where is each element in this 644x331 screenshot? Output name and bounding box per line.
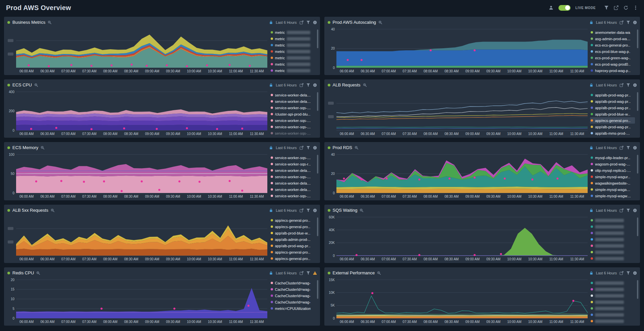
legend-item[interactable]	[590, 255, 635, 262]
filter-icon[interactable]	[306, 271, 310, 275]
legend-item[interactable]: service-worker-sqs-r…	[270, 161, 315, 167]
popout-icon[interactable]	[300, 146, 304, 150]
popout-icon[interactable]	[620, 83, 624, 87]
legend-item[interactable]: mysql-oltp-leader-pr…	[590, 154, 635, 161]
legend-item[interactable]: CacheClusterId=wag-r…	[270, 280, 315, 286]
legend-item[interactable]: metric	[270, 55, 315, 61]
legend-item[interactable]: service-worker-sqs-…	[270, 124, 315, 130]
info-icon[interactable]	[633, 20, 637, 24]
legend-scrollbar[interactable]	[317, 92, 318, 111]
popout-icon[interactable]	[620, 146, 624, 150]
legend-item[interactable]: service-worker-sqs-…	[270, 154, 315, 161]
popout-icon[interactable]	[620, 271, 624, 275]
filter-icon[interactable]	[626, 146, 630, 150]
chart-external-performance[interactable]: 05K10K15K06:00 AM06:30 AM07:00 AM07:30 A…	[326, 277, 589, 325]
zoom-icon[interactable]	[41, 146, 45, 150]
chart-ecs-cpu[interactable]: 020040006:00 AM06:30 AM07:00 AM07:30 AM0…	[6, 89, 269, 137]
legend-item[interactable]: service-worker-sqs-…	[270, 193, 315, 199]
time-range-label[interactable]: Last 6 Hours	[596, 146, 617, 150]
zoom-icon[interactable]	[48, 20, 52, 24]
filter-icon[interactable]	[626, 271, 630, 275]
legend-item[interactable]	[590, 243, 635, 249]
legend-scrollbar[interactable]	[317, 217, 318, 236]
legend-item[interactable]: app/alb-prod-wag-pr…	[590, 105, 635, 111]
legend-item[interactable]: service-worker-sqs-…	[270, 117, 315, 124]
legend-item[interactable]	[590, 217, 635, 223]
legend-item[interactable]	[590, 286, 635, 292]
chart-business-metrics[interactable]: 06:00 AM06:30 AM07:00 AM07:30 AM08:00 AM…	[6, 27, 269, 74]
time-range-label[interactable]: Last 6 Hours	[276, 20, 297, 24]
info-icon[interactable]	[633, 146, 637, 150]
legend-item[interactable]: app/ecs-general-pro…	[270, 249, 315, 255]
chart-redis-cpu[interactable]: 0510152006:00 AM06:30 AM07:00 AM07:30 AM…	[6, 277, 269, 325]
filter-icon[interactable]	[626, 83, 630, 87]
legend-item[interactable]	[590, 223, 635, 230]
filter-icon[interactable]	[306, 20, 310, 24]
legend-item[interactable]: app/alb-prod-wag-pr…	[590, 98, 635, 105]
legend-item[interactable]: wagwalkingwebsite-…	[590, 180, 635, 186]
info-icon[interactable]	[313, 83, 317, 87]
info-icon[interactable]	[633, 271, 637, 275]
popout-icon[interactable]	[300, 83, 304, 87]
time-range-label[interactable]: Last 6 Hours	[596, 208, 617, 212]
legend-item[interactable]: app/ecs-general-pro…	[270, 217, 315, 223]
legend-item[interactable]: oltp-mysql-replica1-…	[590, 167, 635, 174]
legend-item[interactable]: app/alb-prod-wag-pr…	[590, 124, 635, 130]
legend-item[interactable]: app/alb-admin-prod-…	[270, 236, 315, 243]
zoom-icon[interactable]	[355, 146, 359, 150]
chart-ecs-memory[interactable]: 05010006:00 AM06:30 AM07:00 AM07:30 AM08…	[6, 152, 269, 200]
legend-item[interactable]	[590, 236, 635, 243]
legend-item[interactable]: service-worker-sqs-…	[270, 105, 315, 111]
legend-item[interactable]	[590, 230, 635, 236]
popout-icon[interactable]	[300, 20, 304, 24]
chart-prod-aws-autoscaling[interactable]: 0204006:00 AM06:30 AM07:00 AM07:30 AM08:…	[326, 27, 589, 74]
time-range-label[interactable]: Last 6 Hours	[596, 20, 617, 24]
popout-icon[interactable]	[300, 271, 304, 275]
legend-item[interactable]: CacheClusterId=wag-r…	[270, 299, 315, 305]
time-range-label[interactable]: Last 6 Hours	[276, 146, 297, 150]
info-icon[interactable]	[633, 208, 637, 212]
warning-icon[interactable]	[313, 271, 317, 275]
chart-alb-5xx-requests[interactable]: 06:00 AM06:30 AM07:00 AM07:30 AM08:00 AM…	[6, 215, 269, 262]
legend-item[interactable]: wagosm-prod-wag-…	[590, 161, 635, 167]
legend-item[interactable]: anemometer-data-wa…	[590, 29, 635, 36]
legend-item[interactable]: metric	[270, 48, 315, 55]
zoom-icon[interactable]	[51, 208, 55, 212]
zoom-icon[interactable]	[360, 208, 364, 212]
popout-icon[interactable]	[620, 20, 624, 24]
legend-item[interactable]	[590, 312, 635, 318]
kebab-icon[interactable]	[633, 5, 638, 10]
legend-item[interactable]: ecs-prod-green-wag-…	[590, 55, 635, 61]
popout-icon[interactable]	[620, 208, 624, 212]
info-icon[interactable]	[313, 208, 317, 212]
zoom-icon[interactable]	[377, 271, 381, 275]
legend-item[interactable]: metric=CPUUtilization	[270, 305, 315, 312]
popout-icon[interactable]	[300, 208, 304, 212]
info-icon[interactable]	[313, 146, 317, 150]
legend-item[interactable]: metric	[270, 61, 315, 67]
filter-icon[interactable]	[604, 5, 609, 10]
export-icon[interactable]	[614, 5, 619, 10]
legend-scrollbar[interactable]	[317, 280, 318, 299]
legend-item[interactable]: haproxy-prod-wag-p…	[590, 67, 635, 74]
refresh-icon[interactable]	[624, 5, 628, 10]
legend-item[interactable]: app/alb-prod-wag-pr…	[270, 243, 315, 249]
legend-item[interactable]: service-worker-dela…	[270, 92, 315, 98]
legend-scrollbar[interactable]	[637, 92, 638, 111]
legend-item[interactable]: service-worker-sqs-…	[270, 130, 315, 136]
legend-item[interactable]: service-worker-dela…	[270, 98, 315, 105]
legend-item[interactable]: service-worker-dela…	[270, 167, 315, 174]
legend-item[interactable]: metric	[270, 42, 315, 48]
time-range-label[interactable]: Last 6 Hours	[596, 83, 617, 87]
time-range-label[interactable]: Last 6 Hours	[596, 271, 617, 275]
legend-item[interactable]: app/alb-prod-blue-w…	[270, 230, 315, 236]
legend-scrollbar[interactable]	[637, 155, 638, 174]
legend-item[interactable]: metric	[270, 67, 315, 74]
legend-item[interactable]: simple-mysql-wagw…	[590, 193, 635, 199]
legend-item[interactable]	[590, 249, 635, 255]
legend-item[interactable]: metric	[270, 36, 315, 42]
legend-item[interactable]: app/ecs-general-pro…	[270, 255, 315, 262]
legend-item[interactable]: ecs-prod-blue-wag-p…	[590, 48, 635, 55]
filter-icon[interactable]	[306, 83, 310, 87]
filter-icon[interactable]	[626, 208, 630, 212]
